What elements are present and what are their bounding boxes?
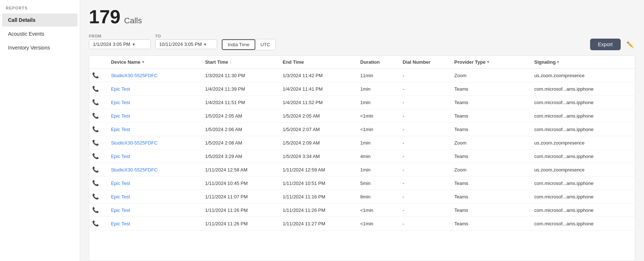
th-duration: Duration	[357, 56, 400, 69]
device-name-cell[interactable]: StudioX30-5525FDFC	[108, 136, 202, 150]
dial-number-cell: -	[400, 96, 451, 109]
sidebar-item-acoustic-events[interactable]: Acoustic Events	[2, 27, 78, 40]
th-dial-number: Dial Number	[400, 56, 451, 69]
call-icon-cell: 📞	[89, 217, 108, 230]
signaling-cell: com.microsof...ams.ipphone	[531, 109, 635, 123]
call-icon-cell: 📞	[89, 136, 108, 150]
dial-number-cell: -	[400, 150, 451, 163]
start-time-cell: 1/5/2024 2:08 AM	[202, 136, 280, 150]
call-icon-cell: 📞	[89, 190, 108, 203]
start-time-cell: 1/11/2024 11:26 PM	[202, 203, 280, 217]
table-header-row: Device Name ▾ Start Time ↑	[89, 56, 635, 69]
table-row: 📞 StudioX30-5525FDFC 1/3/2024 11:30 PM 1…	[89, 69, 635, 82]
sidebar-item-call-details[interactable]: Call Details	[2, 13, 78, 27]
device-name-cell[interactable]: Epic Test	[108, 109, 202, 123]
end-time-cell: 1/5/2024 3:34 AM	[280, 150, 357, 163]
india-time-button[interactable]: India Time	[222, 39, 255, 50]
signaling-cell: com.microsof...ams.ipphone	[531, 217, 635, 230]
device-name-cell[interactable]: Epic Test	[108, 96, 202, 109]
end-time-cell: 1/4/2024 11:41 PM	[280, 82, 357, 96]
device-name-link[interactable]: Epic Test	[111, 154, 130, 159]
start-time-cell: 1/4/2024 11:39 PM	[202, 82, 280, 96]
device-name-cell[interactable]: Epic Test	[108, 150, 202, 163]
provider-type-cell: Teams	[451, 150, 531, 163]
duration-cell: <1min	[357, 203, 400, 217]
call-icon-cell: 📞	[89, 163, 108, 177]
calls-table: Device Name ▾ Start Time ↑	[89, 56, 635, 230]
main-content: 179 Calls FROM 1/1/2024 3:05 PM ▾ TO 10/…	[80, 0, 644, 261]
phone-icon: 📞	[92, 139, 99, 146]
device-name-cell[interactable]: Epic Test	[108, 190, 202, 203]
from-date-select[interactable]: 1/1/2024 3:05 PM ▾	[89, 39, 151, 49]
end-time-cell: 1/5/2024 2:09 AM	[280, 136, 357, 150]
end-time-cell: 1/11/2024 11:27 PM	[280, 217, 357, 230]
device-name-cell[interactable]: StudioX30-5525FDFC	[108, 163, 202, 177]
calls-label: Calls	[124, 16, 142, 25]
end-time-cell: 1/11/2024 11:26 PM	[280, 203, 357, 217]
device-name-link[interactable]: Epic Test	[111, 100, 130, 105]
device-name-cell[interactable]: Epic Test	[108, 217, 202, 230]
dial-number-cell: -	[400, 136, 451, 150]
table-row: 📞 Epic Test 1/11/2024 10:45 PM 1/11/2024…	[89, 177, 635, 190]
dial-number-cell: -	[400, 109, 451, 123]
device-name-cell[interactable]: Epic Test	[108, 82, 202, 96]
to-chevron-icon: ▾	[204, 42, 206, 47]
start-time-cell: 1/5/2024 2:06 AM	[202, 123, 280, 136]
phone-icon: 📞	[92, 193, 99, 199]
call-icon-cell: 📞	[89, 177, 108, 190]
export-button[interactable]: Export	[590, 39, 621, 50]
device-name-cell[interactable]: Epic Test	[108, 203, 202, 217]
device-name-cell[interactable]: Epic Test	[108, 177, 202, 190]
device-name-link[interactable]: Epic Test	[111, 194, 130, 199]
device-name-link[interactable]: Epic Test	[111, 181, 130, 186]
device-name-link[interactable]: Epic Test	[111, 113, 130, 119]
device-name-link[interactable]: StudioX30-5525FDFC	[111, 167, 158, 173]
provider-type-cell: Teams	[451, 109, 531, 123]
provider-sort-icon: ▾	[487, 60, 489, 64]
duration-cell: 8min	[357, 190, 400, 203]
device-name-link[interactable]: StudioX30-5525FDFC	[111, 73, 158, 78]
from-chevron-icon: ▾	[133, 42, 135, 47]
phone-icon: 📞	[92, 220, 99, 226]
end-time-cell: 1/3/2024 11:42 PM	[280, 69, 357, 82]
call-icon-cell: 📞	[89, 203, 108, 217]
table-scroll-area[interactable]: Device Name ▾ Start Time ↑	[89, 56, 635, 261]
end-time-cell: 1/5/2024 2:07 AM	[280, 123, 357, 136]
th-provider-type[interactable]: Provider Type ▾	[451, 56, 531, 69]
device-name-link[interactable]: StudioX30-5525FDFC	[111, 140, 158, 146]
edit-icon-button[interactable]: ✏️	[625, 40, 635, 50]
device-name-link[interactable]: Epic Test	[111, 207, 130, 213]
call-icon-cell: 📞	[89, 123, 108, 136]
end-time-cell: 1/11/2024 10:51 PM	[280, 177, 357, 190]
table-row: 📞 StudioX30-5525FDFC 1/5/2024 2:08 AM 1/…	[89, 136, 635, 150]
th-start-time[interactable]: Start Time ↑	[202, 56, 280, 69]
utc-button[interactable]: UTC	[255, 39, 275, 50]
device-name-link[interactable]: Epic Test	[111, 221, 130, 226]
table-row: 📞 Epic Test 1/11/2024 11:26 PM 1/11/2024…	[89, 217, 635, 230]
th-device-name[interactable]: Device Name ▾	[108, 56, 202, 69]
table-row: 📞 Epic Test 1/5/2024 2:06 AM 1/5/2024 2:…	[89, 123, 635, 136]
sidebar-item-inventory-versions[interactable]: Inventory Versions	[2, 41, 78, 54]
filter-row: FROM 1/1/2024 3:05 PM ▾ TO 10/11/2024 3:…	[89, 33, 635, 50]
to-date-value: 10/11/2024 3:05 PM	[159, 41, 202, 47]
start-time-cell: 1/11/2024 10:45 PM	[202, 177, 280, 190]
table-row: 📞 Epic Test 1/5/2024 3:29 AM 1/5/2024 3:…	[89, 150, 635, 163]
end-time-cell: 1/11/2024 11:16 PM	[280, 190, 357, 203]
th-signaling[interactable]: Signaling ▾	[531, 56, 635, 69]
provider-type-cell: Zoom	[451, 69, 531, 82]
call-count-header: 179 Calls	[89, 7, 635, 26]
to-date-select[interactable]: 10/11/2024 3:05 PM ▾	[155, 39, 217, 49]
call-icon-cell: 📞	[89, 150, 108, 163]
table-row: 📞 Epic Test 1/11/2024 11:07 PM 1/11/2024…	[89, 190, 635, 203]
device-name-link[interactable]: Epic Test	[111, 86, 130, 92]
provider-type-cell: Teams	[451, 96, 531, 109]
device-name-cell[interactable]: StudioX30-5525FDFC	[108, 69, 202, 82]
device-name-cell[interactable]: Epic Test	[108, 123, 202, 136]
provider-type-cell: Zoom	[451, 163, 531, 177]
signaling-cell: com.microsof...ams.ipphone	[531, 177, 635, 190]
dial-number-cell: -	[400, 163, 451, 177]
start-time-cell: 1/11/2024 12:58 AM	[202, 163, 280, 177]
device-name-link[interactable]: Epic Test	[111, 127, 130, 132]
table-row: 📞 StudioX30-5525FDFC 1/11/2024 12:58 AM …	[89, 163, 635, 177]
call-icon-cell: 📞	[89, 69, 108, 82]
